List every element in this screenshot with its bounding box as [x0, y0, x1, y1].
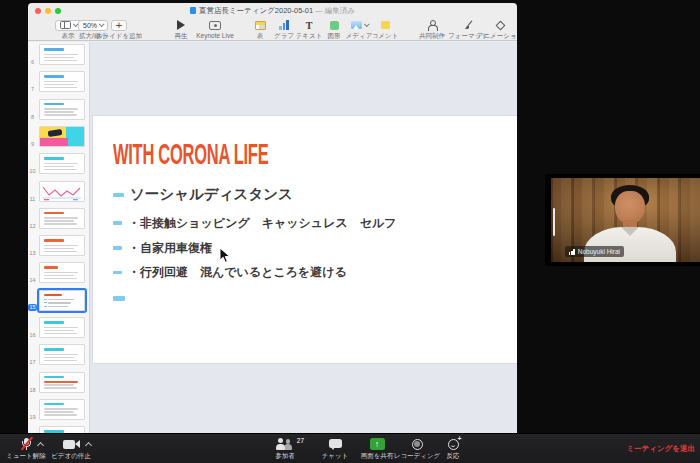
participants-button[interactable]: 27 参加者: [262, 437, 308, 461]
slide-thumbnail-row: 16: [28, 317, 90, 338]
bullet-dash-icon: [113, 221, 122, 224]
slide-thumbnail[interactable]: [39, 426, 85, 433]
slide-number: 17: [28, 359, 37, 365]
video-camera-icon: [63, 439, 80, 450]
bullet-text: ・非接触ショッピング キャッシュレス セルフ: [128, 215, 397, 232]
current-slide[interactable]: WITH CORONA LIFE ソーシャルディスタンス・非接触ショッピング キ…: [93, 116, 517, 363]
play-icon: [177, 20, 185, 30]
unmute-button[interactable]: ミュート解除: [2, 437, 50, 461]
bullet-text: ・行列回避 混んでいるところを避ける: [128, 264, 347, 281]
document-button[interactable]: 書類: [502, 19, 517, 41]
participant-video-tile[interactable]: Nobuyuki Hirai: [545, 174, 700, 266]
slide-thumbnail[interactable]: [39, 126, 85, 147]
slide-thumbnail[interactable]: [39, 290, 85, 311]
slide-number: 15: [28, 304, 37, 311]
participant-name: Nobuyuki Hirai: [578, 248, 620, 255]
slide-thumbnail-row: 20: [28, 426, 90, 433]
slide-canvas: WITH CORONA LIFE ソーシャルディスタンス・非接触ショッピング キ…: [90, 42, 517, 433]
bullet-dash-icon: [113, 296, 125, 301]
add-slide-button[interactable]: + スライドを追加: [94, 19, 144, 41]
zoom-meeting-toolbar: ミュート解除 ビデオの停止 27 参加者 チャット ↑ 画面を共有 レコーディン…: [0, 433, 700, 463]
slide-thumbnail[interactable]: [39, 153, 85, 174]
keynote-live-icon: [209, 21, 221, 30]
participant-video: Nobuyuki Hirai: [551, 178, 700, 262]
slide-thumbnail[interactable]: [39, 317, 85, 338]
bullet-item: [113, 296, 131, 301]
slide-thumbnail-row: 7: [28, 71, 90, 92]
document-proxy-icon: [190, 7, 196, 14]
slide-thumbnail-row: 11: [28, 181, 90, 202]
reactions-button[interactable]: 反応: [436, 437, 470, 461]
bullet-item: ソーシャルディスタンス: [113, 185, 293, 204]
slide-thumbnail-row: 14: [28, 262, 90, 283]
bullet-dash-icon: [113, 246, 122, 249]
slide-title: WITH CORONA LIFE: [113, 137, 268, 171]
bullet-item: ・非接触ショッピング キャッシュレス セルフ: [113, 215, 397, 232]
slide-number: 14: [28, 277, 37, 283]
keynote-content: 67891011121314151617181920 WITH CORONA L…: [28, 42, 517, 433]
slide-thumbnail[interactable]: [39, 262, 85, 283]
record-icon: [412, 439, 423, 450]
chat-button[interactable]: チャット: [314, 437, 356, 461]
slide-number: 11: [28, 196, 37, 202]
slide-number: 16: [28, 332, 37, 338]
slide-thumbnail-row: 19: [28, 399, 90, 420]
bullet-item: ・自家用車復権: [113, 240, 212, 257]
stop-video-button[interactable]: ビデオの停止: [48, 437, 94, 461]
leave-meeting-button[interactable]: ミーティングを退出: [626, 444, 695, 454]
slide-number: 19: [28, 414, 37, 420]
slide-thumbnail-row: 6: [28, 44, 90, 65]
mouse-cursor: [219, 247, 231, 268]
keynote-window: 直営店長ミーティング2020-05-01 — 編集済み 表示 50% 拡大/縮小…: [28, 3, 517, 433]
keynote-live-button[interactable]: Keynote Live: [190, 19, 240, 39]
slide-number: 6: [28, 59, 37, 65]
slide-thumbnail[interactable]: [39, 44, 85, 65]
slide-thumbnail[interactable]: [39, 344, 85, 365]
slide-number: 8: [28, 114, 37, 120]
zoom-meeting-screen: 直営店長ミーティング2020-05-01 — 編集済み 表示 50% 拡大/縮小…: [0, 0, 700, 463]
share-screen-icon: ↑: [370, 438, 385, 450]
slide-thumbnail[interactable]: [39, 399, 85, 420]
slide-navigator[interactable]: 67891011121314151617181920: [28, 42, 90, 433]
slide-thumbnail-row: 17: [28, 344, 90, 365]
tile-resize-handle[interactable]: [553, 208, 555, 236]
bullet-dash-icon: [113, 193, 124, 197]
slide-thumbnail[interactable]: [39, 372, 85, 393]
slide-number: 18: [28, 387, 37, 393]
bullet-text: ソーシャルディスタンス: [130, 185, 293, 204]
participant-name-tag: Nobuyuki Hirai: [565, 246, 624, 257]
slide-thumbnail-row: 9: [28, 126, 90, 147]
keynote-toolbar: 表示 50% 拡大/縮小 + スライドを追加 再生 Keynote Live 表: [28, 17, 517, 41]
audio-level-icon: [569, 249, 575, 255]
slide-thumbnail[interactable]: [39, 235, 85, 256]
reaction-smiley-icon: [448, 439, 459, 450]
slide-thumbnail-row: 13: [28, 235, 90, 256]
slide-thumbnail[interactable]: [39, 99, 85, 120]
comment-icon: [381, 21, 390, 29]
slide-thumbnail-row: 8: [28, 99, 90, 120]
slide-number: 12: [28, 223, 37, 229]
slide-number: 9: [28, 141, 37, 147]
slide-thumbnail[interactable]: [39, 71, 85, 92]
bullet-dash-icon: [113, 271, 122, 274]
window-title: 直営店長ミーティング2020-05-01 — 編集済み: [28, 6, 517, 16]
comment-button[interactable]: コメント: [360, 19, 410, 41]
slide-thumbnail[interactable]: [39, 208, 85, 229]
slide-thumbnail-row: 10: [28, 153, 90, 174]
record-button[interactable]: レコーディング: [392, 437, 442, 461]
slide-thumbnail-row: 18: [28, 372, 90, 393]
participants-icon: [277, 438, 293, 450]
slide-thumbnail-row: 12: [28, 208, 90, 229]
slide-thumbnail-row: 15: [28, 290, 90, 311]
chat-bubble-icon: [329, 438, 342, 450]
keynote-titlebar[interactable]: 直営店長ミーティング2020-05-01 — 編集済み: [28, 3, 517, 17]
bullet-text: ・自家用車復権: [128, 240, 212, 257]
slide-number: 10: [28, 168, 37, 174]
slide-number: 13: [28, 250, 37, 256]
slide-thumbnail[interactable]: [39, 181, 85, 202]
participants-count-badge: 27: [297, 437, 304, 444]
slide-number: 7: [28, 86, 37, 92]
muted-mic-icon: [19, 437, 33, 451]
paintbrush-icon: [463, 20, 474, 31]
person-icon: [427, 20, 437, 30]
